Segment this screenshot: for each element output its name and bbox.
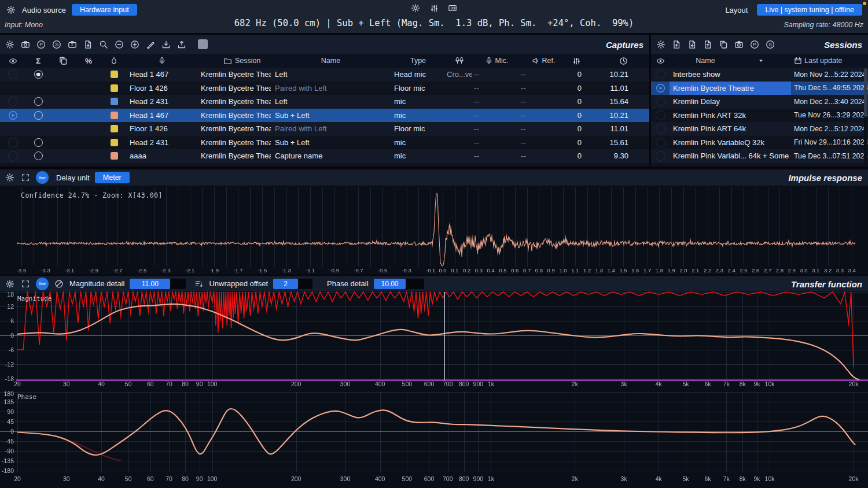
- capture-color-swatch[interactable]: [111, 84, 118, 92]
- col-ref[interactable]: Ref.: [519, 54, 566, 68]
- col-time[interactable]: [589, 54, 638, 68]
- scrollbar-thumb[interactable]: [864, 68, 867, 117]
- sum-capture-icon[interactable]: Σ: [67, 39, 78, 50]
- session-row[interactable]: Kremlin Pink VariableQ 32kFri Nov 29...1…: [651, 136, 868, 150]
- play-icon[interactable]: [8, 110, 18, 120]
- session-play-cell[interactable]: [651, 95, 670, 109]
- polarity-icon[interactable]: P: [36, 39, 46, 50]
- sum-radio[interactable]: [34, 70, 43, 79]
- magnitude-plot[interactable]: [0, 291, 868, 391]
- session-export-icon[interactable]: [703, 39, 713, 50]
- capture-color-cell[interactable]: [102, 109, 126, 123]
- capture-color-cell[interactable]: [102, 82, 126, 95]
- impulse-settings-icon[interactable]: [5, 172, 15, 183]
- capture-play-cell[interactable]: [0, 68, 25, 82]
- col-color[interactable]: [102, 54, 126, 68]
- play-slot-icon[interactable]: [656, 97, 665, 106]
- capture-play-cell[interactable]: [0, 149, 25, 163]
- play-slot-icon[interactable]: [8, 69, 18, 79]
- filter-icon[interactable]: [193, 279, 204, 289]
- session-row[interactable]: Kremlin Pink ART 64kMon Dec 2...5:12 202…: [651, 122, 868, 136]
- session-play-cell[interactable]: [651, 68, 670, 82]
- fullscreen-icon[interactable]: [20, 172, 31, 183]
- capture-sum-cell[interactable]: [25, 149, 51, 163]
- col-percent[interactable]: %: [75, 54, 102, 68]
- mixer-icon[interactable]: [429, 3, 439, 13]
- capture-row[interactable]: Head 2 431Kremlin Bycetre TheatreLeftmic…: [0, 95, 649, 109]
- capture-play-cell[interactable]: [0, 82, 25, 95]
- transfer-settings-icon[interactable]: [5, 279, 15, 289]
- unwrapped-offset-slider[interactable]: 2: [273, 279, 312, 289]
- capture-play-cell[interactable]: [0, 95, 25, 109]
- phase-detail-slider[interactable]: 10.00: [374, 279, 424, 289]
- session-smoothing-icon[interactable]: S: [765, 39, 775, 50]
- duplicate-session-icon[interactable]: [718, 39, 729, 50]
- capture-color-swatch[interactable]: [111, 112, 118, 119]
- capture-row[interactable]: aaaaKremlin Bycetre TheatreCapture namem…: [0, 149, 649, 163]
- play-slot-icon[interactable]: [8, 138, 18, 147]
- generator-settings-icon[interactable]: [410, 3, 421, 13]
- live-toggle[interactable]: live: [36, 171, 49, 184]
- capture-color-cell[interactable]: [102, 122, 126, 136]
- capture-play-cell[interactable]: [0, 109, 25, 123]
- session-row[interactable]: Interbee showMon Nov 2...5:22 2024: [651, 68, 868, 82]
- play-slot-icon[interactable]: [656, 124, 665, 134]
- capture-row[interactable]: Head 1 467Kremlin Bycetre TheatreLeftHea…: [0, 68, 649, 82]
- sessions-settings-icon[interactable]: [656, 39, 666, 50]
- col-name[interactable]: Name: [271, 54, 391, 68]
- col-visibility[interactable]: [0, 54, 25, 68]
- col-last-update[interactable]: Last update: [791, 54, 868, 68]
- new-session-icon[interactable]: [671, 39, 682, 50]
- capture-row[interactable]: Floor 1 426Kremlin Bycetre TheatrePaired…: [0, 122, 649, 136]
- session-row[interactable]: Kremlin Pink Variabl... 64k + Some comme…: [651, 149, 868, 163]
- sum-radio[interactable]: [34, 138, 43, 147]
- edit-icon[interactable]: [145, 39, 156, 50]
- capture-sum-cell[interactable]: [25, 68, 51, 82]
- col-gain[interactable]: [566, 54, 589, 68]
- col-pair[interactable]: [446, 54, 472, 68]
- captures-settings-icon[interactable]: [5, 39, 15, 50]
- capture-play-cell[interactable]: [0, 136, 25, 150]
- play-slot-icon[interactable]: [8, 97, 18, 106]
- capture-color-cell[interactable]: [102, 68, 126, 82]
- play-slot-icon[interactable]: [656, 138, 665, 147]
- capture-sum-cell[interactable]: [25, 136, 51, 150]
- capture-color-swatch[interactable]: [111, 71, 118, 78]
- capture-play-cell[interactable]: [0, 122, 25, 136]
- session-polarity-icon[interactable]: P: [749, 39, 760, 50]
- capture-sum-cell[interactable]: [25, 122, 51, 136]
- capture-row[interactable]: Floor 1 426Kremlin Bycetre TheatrePaired…: [0, 82, 649, 95]
- export-capture-icon[interactable]: [83, 39, 93, 50]
- export-icon[interactable]: [176, 39, 187, 50]
- session-row[interactable]: Kremlin Bycetre TheatreThu Dec 5...49:55…: [651, 82, 868, 95]
- session-play-cell[interactable]: [651, 82, 670, 95]
- smoothing-icon[interactable]: S: [52, 39, 62, 50]
- col-sum[interactable]: Σ: [25, 54, 51, 68]
- capture-color-swatch[interactable]: [111, 139, 118, 146]
- capture-row[interactable]: Head 1 467Kremlin Bycetre TheatreSub + L…: [0, 109, 649, 123]
- sum-radio[interactable]: [34, 151, 43, 160]
- play-slot-icon[interactable]: [656, 151, 665, 161]
- capture-color-swatch[interactable]: [111, 98, 118, 105]
- col-session[interactable]: Session: [198, 54, 271, 68]
- play-slot-icon[interactable]: [8, 151, 18, 161]
- capture-color-swatch[interactable]: [111, 125, 118, 132]
- session-play-cell[interactable]: [651, 136, 670, 150]
- sum-radio[interactable]: [34, 97, 43, 106]
- col-device[interactable]: [126, 54, 198, 68]
- col-type[interactable]: Type: [391, 54, 446, 68]
- capture-sum-cell[interactable]: [25, 82, 51, 95]
- magnitude-detail-slider[interactable]: 11.00: [130, 279, 186, 289]
- sum-radio[interactable]: [34, 111, 43, 120]
- capture-color-picker[interactable]: [198, 39, 208, 49]
- live-mode-button[interactable]: Live | system tuning | offline: [757, 4, 862, 16]
- capture-row[interactable]: Head 2 431Kremlin Bycetre TheatreSub + L…: [0, 136, 649, 150]
- play-icon[interactable]: [655, 83, 665, 93]
- meter-button[interactable]: Meter: [95, 172, 130, 183]
- capture-color-swatch[interactable]: [111, 152, 118, 160]
- capture-sum-cell[interactable]: [25, 109, 51, 123]
- capture-color-cell[interactable]: [102, 149, 126, 163]
- session-capture-icon[interactable]: [734, 39, 744, 50]
- play-slot-icon[interactable]: [656, 110, 665, 120]
- import-icon[interactable]: [161, 39, 171, 50]
